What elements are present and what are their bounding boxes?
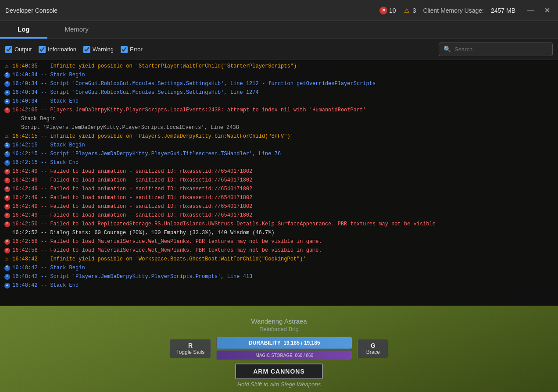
log-line-icon: i [4,282,11,289]
log-line-icon [4,115,11,122]
log-line: i16:40:34 -- Stack End [0,97,558,106]
log-line-text: 16:42:49 -- Failed to load animation - s… [12,185,252,193]
log-area[interactable]: ⚠16:40:35 -- Infinite yield possible on … [0,60,558,306]
log-line-text: 16:42:50 -- Failed to load ReplicatedSto… [12,220,436,228]
log-line: Stack Begin [0,114,558,123]
error-icon: ✕ [4,178,10,183]
log-line-icon: i [4,80,11,87]
filter-error[interactable]: Error [121,46,143,53]
log-line-text: 16:48:42 -- Script 'Players.JemDaDerpyKi… [12,273,252,281]
info-icon: i [4,90,10,96]
log-line: ⚠16:48:42 -- Infinite yield possible on … [0,255,558,264]
log-line-text: 16:42:49 -- Failed to load animation - s… [12,211,252,219]
log-line-text: Script 'Players.JemDaDerpyKitty.PlayerSc… [12,124,239,132]
error-icon: ✕ [4,107,10,113]
log-line: ✕16:42:50 -- Failed to load ReplicatedSt… [0,220,558,228]
log-line: i16:40:34 -- Stack Begin [0,71,558,79]
log-line: ✕16:42:05 -- Players.JemDaDerpyKitty.Pla… [0,106,558,114]
error-icon: ✕ [4,186,10,192]
log-line: ✕16:42:49 -- Failed to load animation - … [0,211,558,220]
information-checkbox[interactable] [39,46,46,53]
log-line-icon: ✕ [4,247,11,254]
window-controls: — ✕ [524,5,553,15]
error-checkbox[interactable] [121,46,128,53]
error-icon: ✕ [4,213,10,218]
error-count: 10 [389,7,396,14]
filter-information[interactable]: Information [39,46,76,53]
title-bar: Developer Console ✕ 10 ⚠ 3 Client Memory… [0,0,558,21]
output-checkbox[interactable] [5,46,12,53]
log-line: i16:42:15 -- Stack Begin [0,141,558,150]
log-line-text: 16:42:15 -- Script 'Players.JemDaDerpyKi… [12,150,281,158]
log-line-icon: ⚠ [4,256,11,263]
log-line-icon [4,124,11,131]
warning-icon: ⚠ [403,7,411,14]
info-icon: i [4,143,10,148]
close-button[interactable]: ✕ [542,5,553,15]
log-line: Script 'Players.JemDaDerpyKitty.PlayerSc… [0,123,558,132]
log-line-text: 16:42:15 -- Stack Begin [12,141,85,149]
log-line-icon: ⚠ [4,63,11,70]
search-input[interactable] [454,46,548,53]
warn-icon: ⚠ [5,255,9,264]
info-icon: i [4,151,10,157]
error-icon: ✕ [4,169,10,175]
log-line-text: 16:42:15 -- Infinite yield possible on '… [12,132,293,140]
console-title: Developer Console [5,7,57,14]
memory-value: 2457 MB [491,7,515,14]
error-icon: ✕ [379,7,387,14]
log-line-icon: i [4,89,11,96]
developer-console: Developer Console ✕ 10 ⚠ 3 Client Memory… [0,0,558,306]
log-line-text: 16:40:34 -- Stack Begin [12,71,85,79]
log-line: ✕16:42:58 -- Failed to load MaterialServ… [0,237,558,246]
info-icon: i [4,81,10,87]
minimize-button[interactable]: — [524,5,537,15]
log-line-icon: i [4,98,11,105]
info-icon: i [4,160,10,166]
search-box[interactable]: 🔍 [439,43,553,56]
log-line-text: 16:42:52 -- Dialog Stats: 60 Courage (20… [12,229,275,237]
log-line-icon: ✕ [4,238,11,245]
log-line-text: Stack Begin [12,115,56,123]
log-line: ✕16:42:49 -- Failed to load animation - … [0,202,558,211]
tabs-bar: Log Memory [0,21,558,39]
log-line-icon: i [4,142,11,149]
memory-label: Client Memory Usage: [423,7,484,14]
log-line: ⚠16:40:35 -- Infinite yield possible on … [0,62,558,71]
log-line-icon: ⚠ [4,133,11,140]
log-line-text: 16:40:34 -- Stack End [12,97,79,105]
log-line-icon: ✕ [4,185,11,192]
log-line: i16:40:34 -- Script 'CoreGui.RobloxGui.M… [0,88,558,97]
log-line: ✕16:42:49 -- Failed to load animation - … [0,167,558,176]
log-line-text: 16:42:49 -- Failed to load animation - s… [12,194,252,202]
log-line-text: 16:42:05 -- Players.JemDaDerpyKitty.Play… [12,106,366,114]
log-line: i16:42:15 -- Stack End [0,158,558,167]
log-line-text: 16:40:34 -- Script 'CoreGui.RobloxGui.Mo… [12,89,259,96]
info-icon: i [4,274,10,280]
log-line-icon: i [4,71,11,78]
info-icon: i [4,72,10,78]
error-summary: ✕ 10 ⚠ 3 Client Memory Usage: 2457 MB [379,7,515,14]
log-line-text: 16:40:34 -- Script 'CoreGui.RobloxGui.Mo… [12,80,376,88]
log-line-text: 16:42:49 -- Failed to load animation - s… [12,203,252,210]
error-icon: ✕ [4,204,10,210]
log-line-text: 16:48:42 -- Infinite yield possible on '… [12,255,306,263]
log-line-text: 16:48:42 -- Stack End [12,282,79,289]
search-icon: 🔍 [444,46,451,53]
log-line: ✕16:42:49 -- Failed to load animation - … [0,176,558,185]
log-line-icon: i [4,264,11,271]
log-line-text: 16:42:15 -- Stack End [12,159,79,167]
filter-warning[interactable]: Warning [83,46,114,53]
warning-checkbox[interactable] [83,46,90,53]
tab-log[interactable]: Log [0,21,47,39]
warning-count: 3 [413,7,416,14]
warn-icon: ⚠ [5,62,9,71]
error-badge: ✕ 10 [379,7,396,14]
log-line-text: 16:40:35 -- Infinite yield possible on '… [12,62,300,70]
tab-memory[interactable]: Memory [47,21,106,39]
filter-output[interactable]: Output [5,46,32,53]
log-line: i16:40:34 -- Script 'CoreGui.RobloxGui.M… [0,79,558,88]
log-line: i16:48:42 -- Script 'Players.JemDaDerpyK… [0,272,558,281]
log-line: ✕16:42:58 -- Failed to load MaterialServ… [0,246,558,255]
info-icon: i [4,265,10,271]
